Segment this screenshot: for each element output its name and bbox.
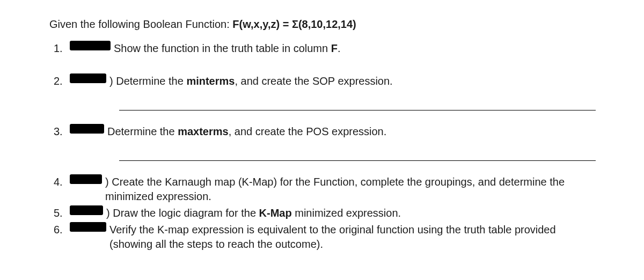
- item-number: 1.: [54, 41, 67, 56]
- redaction-mark: [70, 73, 106, 83]
- redaction-mark: [70, 124, 104, 134]
- item-number: 4.: [54, 175, 67, 189]
- redaction-mark: [70, 205, 103, 215]
- item-number: 5.: [54, 206, 67, 220]
- item-number: 3.: [54, 124, 67, 139]
- list-item: 1. Show the function in the truth table …: [54, 41, 601, 56]
- redaction-mark: [70, 222, 106, 232]
- question-list: 1. Show the function in the truth table …: [49, 41, 601, 89]
- item-text: ) Determine the minterms, and create the…: [109, 74, 601, 89]
- redaction-mark: [70, 41, 111, 50]
- intro-formula: F(w,x,y,z) = Σ(8,10,12,14): [232, 18, 356, 30]
- question-list-cont: 3. Determine the maxterms, and create th…: [49, 124, 601, 139]
- item-number: 6.: [54, 223, 67, 237]
- list-item: 6. Verify the K-map expression is equiva…: [54, 223, 601, 252]
- item-text: ) Draw the logic diagram for the K-Map m…: [106, 206, 601, 220]
- item-text: Verify the K-map expression is equivalen…: [109, 223, 601, 252]
- item-number: 2.: [54, 74, 67, 89]
- list-item: 4. ) Create the Karnaugh map (K-Map) for…: [54, 175, 601, 204]
- item-text: Determine the maxterms, and create the P…: [107, 124, 601, 139]
- answer-line: [119, 160, 596, 161]
- problem-intro: Given the following Boolean Function: F(…: [49, 17, 601, 32]
- item-text: Show the function in the truth table in …: [114, 41, 601, 56]
- item-text: ) Create the Karnaugh map (K-Map) for th…: [105, 175, 601, 204]
- list-item: 5. ) Draw the logic diagram for the K-Ma…: [54, 206, 601, 220]
- answer-line: [119, 110, 596, 110]
- question-list-cont2: 4. ) Create the Karnaugh map (K-Map) for…: [49, 175, 601, 252]
- intro-prefix: Given the following Boolean Function:: [49, 18, 232, 30]
- list-item: 3. Determine the maxterms, and create th…: [54, 124, 601, 139]
- list-item: 2. ) Determine the minterms, and create …: [54, 74, 601, 89]
- redaction-mark: [70, 174, 102, 184]
